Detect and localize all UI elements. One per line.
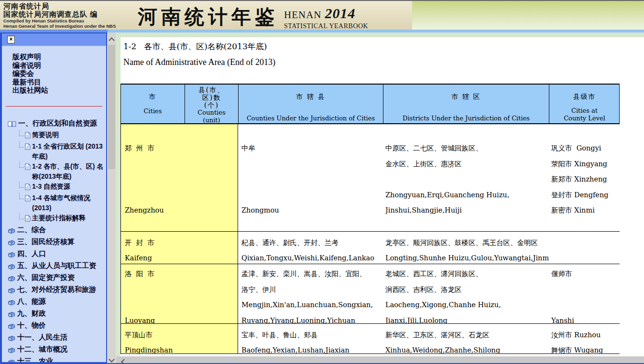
cell-line bbox=[241, 156, 383, 172]
close-icon[interactable]: × bbox=[7, 36, 15, 43]
cell-line: Zhengzhou bbox=[125, 203, 238, 218]
city-cell: 洛 阳 市Luoyang bbox=[121, 264, 238, 323]
cell-line: 涧西区、吉利区、洛龙区 bbox=[385, 282, 549, 298]
sidebar-chapter[interactable]: 十三、农业 bbox=[8, 356, 106, 364]
column-header-en: Counties Under the Jurisdiction of Citie… bbox=[247, 115, 375, 122]
cell-line: Kaifeng bbox=[125, 250, 238, 264]
sidebar-link[interactable]: 出版社网站 bbox=[12, 86, 106, 95]
content-area: 1-2 各市、县(市、区)名称(2013年底) Name of Administ… bbox=[116, 32, 644, 356]
tree-connector bbox=[19, 161, 24, 168]
counties-cell: 杞县、通许、尉氏、开封、兰考Qixian,Tongxu,Weishi,Kaife… bbox=[238, 232, 383, 264]
book-icon bbox=[8, 238, 15, 248]
yearbook-year: 2014 bbox=[325, 5, 356, 21]
table-item-label: 主要统计指标解释 bbox=[32, 213, 106, 223]
cell-line: 偃师市 bbox=[551, 266, 620, 282]
county-level-cities-cell: 巩义市 Gongyi荥阳市 Xingyang新郑市 Xinzheng登封市 De… bbox=[549, 124, 620, 231]
sidebar-links: 版权声明编者说明编委会最新书目出版社网站 bbox=[2, 53, 106, 95]
sidebar-table-item[interactable]: 1-4 各城市气候情况 (2013) bbox=[19, 193, 106, 213]
cell-line: 杞县、通许、尉氏、开封、兰考 bbox=[241, 235, 383, 250]
sidebar-link[interactable]: 编者说明 bbox=[12, 61, 106, 70]
sidebar-link[interactable]: 最新书目 bbox=[12, 78, 106, 86]
header-line: (unit) bbox=[197, 117, 225, 124]
table-title-en: Name of Administrative Area (End of 2013… bbox=[123, 57, 275, 67]
sidebar-table-item[interactable]: 主要统计指标解释 bbox=[19, 213, 106, 225]
cell-line: 巩义市 Gongyi bbox=[551, 140, 620, 156]
cell-line: Zhongmou bbox=[241, 203, 383, 218]
scroll-up-button[interactable] bbox=[109, 36, 115, 42]
counties-cell: 中牟Zhongmou bbox=[238, 124, 383, 231]
publisher-block: 河南省统计局 国家统计局河南调查总队 编 Compiled by Henan S… bbox=[3, 2, 116, 29]
sidebar-chapter[interactable]: 九、财政 bbox=[8, 308, 106, 320]
tree-connector bbox=[19, 213, 24, 219]
chapter-label: 三、国民经济核算 bbox=[17, 236, 75, 246]
viewer-body: × 版权声明编者说明编委会最新书目出版社网站 一、行政区划和自然资源简要说明1-… bbox=[0, 30, 644, 364]
publisher-line: 国家统计局河南调查总队 编 bbox=[3, 10, 116, 18]
chapter-label: 十三、农业 bbox=[17, 356, 53, 364]
counties-cell: 宝丰、叶县、鲁山、郏县Baofeng,Yexian,Lushan,Jiaxian bbox=[238, 324, 383, 353]
cell-line: Xinhua,Weidong,Zhanhe,Shilong bbox=[385, 343, 549, 353]
districts-cell: 新华区、卫东区、湛河区、石龙区Xinhua,Weidong,Zhanhe,Shi… bbox=[383, 324, 549, 353]
sidebar-table-item[interactable]: 1-1 全省行政区划 (2013年底) bbox=[19, 141, 106, 161]
cell-line: Jinshui,Shangjie,Huiji bbox=[385, 203, 549, 218]
header-line: Districts Under the Jurisdiction of Citi… bbox=[403, 115, 530, 122]
cell-line: Jianxi,Jili,Luolong bbox=[385, 313, 549, 324]
sidebar-link[interactable]: 版权声明 bbox=[12, 53, 106, 61]
chapter-label: 七、对外经济贸易和旅游 bbox=[17, 284, 96, 294]
cell-line bbox=[125, 297, 238, 313]
cell-line: Baofeng,Yexian,Lushan,Jiaxian bbox=[241, 343, 383, 353]
sidebar-chapter[interactable]: 八、能源 bbox=[8, 296, 106, 308]
sidebar-tree: 一、行政区划和自然资源简要说明1-1 全省行政区划 (2013年底)1-2 各市… bbox=[2, 118, 106, 364]
sidebar-chapter[interactable]: 六、固定资产投资 bbox=[8, 272, 106, 284]
sidebar-link[interactable]: 编委会 bbox=[12, 69, 106, 78]
chevron-down-icon bbox=[109, 356, 115, 363]
sidebar-chapter[interactable]: 三、国民经济核算 bbox=[8, 236, 106, 248]
header-line: 县(市、 bbox=[198, 86, 225, 94]
document-icon bbox=[25, 194, 31, 204]
document-icon bbox=[25, 131, 31, 141]
scroll-left-button[interactable] bbox=[122, 357, 128, 363]
table-header-row: 市Cities县(市、区)数(个)Counties(unit)市 辖 县Coun… bbox=[120, 84, 620, 124]
sidebar-chapter[interactable]: 十一、人民生活 bbox=[8, 332, 106, 344]
book-icon bbox=[8, 322, 15, 332]
cell-line: 新华区、卫东区、湛河区、石龙区 bbox=[385, 327, 549, 343]
cell-line: 荥阳市 Xingyang bbox=[551, 156, 620, 172]
header-line: Cities at bbox=[564, 107, 605, 115]
cell-line bbox=[241, 187, 383, 203]
header-line: 市 bbox=[149, 93, 157, 100]
chapter-label: 八、能源 bbox=[17, 296, 46, 306]
chapter-label: 四、人口 bbox=[17, 248, 46, 258]
open-book-icon bbox=[8, 120, 16, 130]
cell-line bbox=[385, 171, 549, 187]
districts-cell: 龙亭区、顺河回族区、鼓楼区、禹王台区、金明区Longting,Shunhe Hu… bbox=[383, 232, 549, 264]
book-icon bbox=[8, 298, 15, 308]
yearbook-title-en-line1: HENAN2014 bbox=[284, 5, 368, 21]
banner: 河南省统计局 国家统计局河南调查总队 编 Compiled by Henan S… bbox=[0, 0, 644, 30]
cell-line bbox=[125, 171, 238, 187]
column-header-en: Counties(unit) bbox=[197, 109, 225, 124]
sidebar-chapter[interactable]: 十、物价 bbox=[8, 320, 106, 332]
header-line: Counties Under the Jurisdiction of Citie… bbox=[247, 115, 375, 122]
book-icon bbox=[8, 250, 15, 260]
scroll-down-button[interactable] bbox=[109, 355, 115, 361]
sidebar-table-item[interactable]: 1-2 各市、县(市、区) 名称(2013年底) bbox=[19, 161, 106, 182]
sidebar-chapter[interactable]: 十二、城市概况 bbox=[8, 344, 106, 356]
sidebar-chapter[interactable]: 四、人口 bbox=[8, 248, 106, 260]
book-icon bbox=[8, 226, 15, 236]
header-line: 市 辖 区 bbox=[452, 93, 481, 100]
table-row: 洛 阳 市Luoyang孟津、新安、栾川、嵩县、汝阳、宜阳、洛宁、伊川Mengj… bbox=[120, 264, 620, 324]
sidebar-chapter[interactable]: 七、对外经济贸易和旅游 bbox=[8, 284, 106, 296]
horizontal-scrollbar[interactable] bbox=[116, 356, 644, 363]
document-panel: 1-2 各市、县(市、区)名称(2013年底) Name of Administ… bbox=[120, 37, 644, 356]
cell-line: 洛 阳 市 bbox=[125, 266, 238, 282]
sidebar-table-item[interactable]: 简要说明 bbox=[19, 130, 106, 141]
cell-line: Luoyang bbox=[125, 313, 238, 324]
cell-line: 新密市 Xinmi bbox=[551, 203, 620, 218]
vertical-scrollbar-thumb[interactable] bbox=[108, 45, 115, 169]
sidebar-table-item[interactable]: 1-3 自然资源 bbox=[19, 182, 106, 193]
sidebar-chapter[interactable]: 五、从业人员与职工工资 bbox=[8, 260, 106, 272]
table-item-label: 简要说明 bbox=[32, 130, 106, 140]
cell-line: 登封市 Dengfeng bbox=[551, 187, 620, 203]
vertical-scrollbar[interactable] bbox=[108, 32, 116, 363]
sidebar-chapter[interactable]: 一、行政区划和自然资源 bbox=[8, 118, 106, 130]
sidebar-chapter[interactable]: 二、综合 bbox=[8, 225, 106, 236]
